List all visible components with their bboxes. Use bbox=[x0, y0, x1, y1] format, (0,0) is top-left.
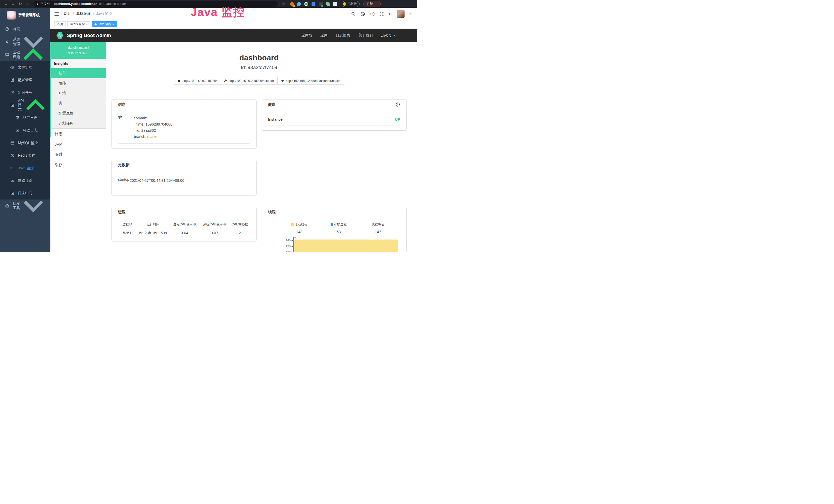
layers-icon bbox=[10, 154, 14, 158]
eye-icon bbox=[10, 179, 14, 183]
font-size-icon[interactable]: tT bbox=[389, 12, 392, 16]
sba-nav-applications[interactable]: 应用 bbox=[320, 33, 328, 38]
breadcrumb-home[interactable]: 首页 bbox=[63, 12, 71, 16]
sba-language-select[interactable]: zh-CN bbox=[381, 33, 396, 38]
chevron-down-icon[interactable] bbox=[410, 13, 412, 15]
close-icon[interactable]: × bbox=[86, 23, 88, 26]
reload-button[interactable]: ↻ bbox=[17, 0, 24, 8]
sba-header: Spring Boot Admin 应用墙 应用 日志报表 关于我们 zh-CN bbox=[50, 29, 417, 42]
sba-item-environment[interactable]: 环境 bbox=[50, 88, 106, 98]
sidebar-item-devtools[interactable]: 研发工具 bbox=[0, 200, 50, 212]
security-label: 不安全 bbox=[41, 2, 50, 6]
sba-nav-about[interactable]: 关于我们 bbox=[358, 33, 373, 38]
extension-icon[interactable] bbox=[333, 2, 337, 6]
bookmark-star-icon[interactable]: ☆ bbox=[282, 2, 285, 6]
sidebar-item-files[interactable]: 文件管理 bbox=[0, 61, 50, 74]
breadcrumb: 首页 / 基础设施 / Java 监控 bbox=[63, 12, 112, 16]
threads-card: 线程 活动线程 143 守护进程 bbox=[262, 207, 407, 252]
stat-peak-threads: 线程峰值 147 bbox=[358, 222, 398, 234]
sidebar-item-system[interactable]: 系统管理 bbox=[0, 36, 50, 48]
page-title: dashboard bbox=[112, 53, 407, 62]
sidebar-item-config[interactable]: 配置管理 bbox=[0, 74, 50, 86]
health-url-button[interactable]: http://192.168.0.2:48080/actuator/health bbox=[278, 77, 344, 85]
browser-menu-icon[interactable]: ⋮ bbox=[375, 2, 378, 6]
back-button[interactable]: ← bbox=[3, 0, 9, 8]
sba-item-details[interactable]: 细节 bbox=[50, 68, 106, 78]
sba-sidebar: dashboard 93a3fc7f7409 Insights 细节 性能 环境… bbox=[50, 42, 106, 252]
instance-header[interactable]: dashboard 93a3fc7f7409 bbox=[50, 42, 106, 59]
sidebar-item-tracing[interactable]: 链路追踪 bbox=[0, 174, 50, 187]
tab-home[interactable]: 首页 bbox=[54, 21, 66, 27]
sba-nav-wallboard[interactable]: 应用墙 bbox=[301, 33, 312, 38]
card-title: 信息 bbox=[118, 102, 126, 107]
extension-icon[interactable] bbox=[319, 2, 323, 6]
search-icon[interactable] bbox=[351, 12, 356, 16]
sidebar-item-redis-monitor[interactable]: Redis 监控 bbox=[0, 149, 50, 162]
active-dot bbox=[94, 23, 96, 25]
chevron-down-icon bbox=[393, 35, 396, 36]
actuator-url-button[interactable]: http://192.168.0.2:48080/actuator bbox=[220, 77, 278, 85]
legend-square-yellow bbox=[291, 223, 294, 226]
cloud-upload-icon bbox=[10, 66, 14, 70]
sba-item-caches[interactable]: 缓存 bbox=[50, 160, 106, 170]
avatar[interactable] bbox=[397, 10, 404, 18]
breadcrumb-infra[interactable]: 基础设施 bbox=[76, 12, 91, 16]
paused-badge[interactable]: 已暂停 bbox=[342, 1, 360, 7]
home-icon bbox=[177, 79, 180, 83]
sidebar-item-error-log[interactable]: 错误日志 bbox=[0, 124, 50, 137]
extension-icon[interactable] bbox=[297, 2, 301, 6]
fullscreen-icon[interactable] bbox=[379, 12, 384, 16]
java-monitor-icon bbox=[10, 166, 14, 170]
history-icon[interactable] bbox=[395, 102, 400, 107]
sidebar-item-jobs[interactable]: 定时任务 bbox=[0, 86, 50, 99]
sidebar-item-api-log[interactable]: API 日志 bbox=[0, 99, 50, 111]
sba-item-metrics[interactable]: 性能 bbox=[50, 78, 106, 88]
table-icon bbox=[10, 141, 14, 145]
tab-redis-monitor[interactable]: Redis 监控 × bbox=[67, 21, 90, 27]
sidebar-item-java-monitor[interactable]: Java 监控 bbox=[0, 162, 50, 174]
stat-daemon-threads: 守护进程 53 bbox=[319, 222, 358, 234]
scrollbar-track bbox=[50, 42, 51, 252]
instance-id: 93a3fc7f7409 bbox=[51, 51, 105, 55]
sidebar-item-infra[interactable]: 基础设施 bbox=[0, 48, 50, 61]
sidebar-item-access-log[interactable]: 访问日志 bbox=[0, 111, 50, 124]
help-icon[interactable]: ? bbox=[370, 12, 374, 16]
service-url-button[interactable]: http://192.168.0.2:48080/ bbox=[174, 77, 220, 85]
sidebar-item-log-center[interactable]: 日志中心 bbox=[0, 187, 50, 200]
not-secure-icon: ▲ bbox=[37, 3, 39, 5]
health-card: 健康 Instance UP bbox=[262, 100, 407, 131]
log-edit-icon bbox=[10, 103, 14, 107]
sidebar-item-mysql-monitor[interactable]: MySQL 监控 bbox=[0, 137, 50, 149]
address-bar[interactable]: ▲ 不安全 dashboard.yudao.iocoder.cn/infra/a… bbox=[34, 1, 278, 7]
extension-icon[interactable] bbox=[290, 2, 294, 6]
close-icon[interactable]: × bbox=[113, 23, 114, 26]
edit-square-icon bbox=[10, 78, 14, 82]
sidebar: 芋道管理系统 首页 系统管理 基础设施 bbox=[0, 8, 50, 252]
sidebar-item-home[interactable]: 首页 bbox=[0, 23, 50, 36]
forward-button[interactable]: → bbox=[10, 0, 17, 8]
extension-icon[interactable] bbox=[304, 2, 308, 6]
live-threads-area bbox=[294, 239, 398, 252]
dashboard-icon bbox=[5, 27, 9, 31]
extension-icon[interactable] bbox=[311, 2, 315, 6]
hamburger-icon[interactable] bbox=[54, 12, 59, 16]
sba-item-logs[interactable]: 日志 bbox=[50, 129, 106, 139]
browser-home-button[interactable]: ⌂ bbox=[24, 0, 31, 8]
scrollbar-thumb[interactable] bbox=[50, 42, 51, 137]
tab-java-monitor[interactable]: Java 监控 × bbox=[92, 21, 117, 27]
sba-item-config-props[interactable]: 配置属性 bbox=[50, 108, 106, 118]
card-title: 线程 bbox=[268, 209, 276, 214]
sba-item-jvm[interactable]: JVM bbox=[50, 139, 106, 149]
app-header: 首页 / 基础设施 / Java 监控 ? tT bbox=[50, 8, 417, 20]
github-icon[interactable] bbox=[360, 12, 365, 16]
extension-icon[interactable] bbox=[326, 2, 330, 6]
browser-update-button[interactable]: 更新 ⋮ bbox=[364, 1, 381, 7]
emoji-face-icon bbox=[343, 2, 346, 6]
sba-sidebar-section-insights: Insights bbox=[50, 59, 106, 68]
sba-item-mappings[interactable]: 映射 bbox=[50, 149, 106, 160]
sba-item-scheduled-tasks[interactable]: 计划任务 bbox=[50, 118, 106, 129]
spring-boot-admin-logo-icon bbox=[56, 31, 64, 40]
sba-item-classes[interactable]: 类 bbox=[50, 98, 106, 108]
tags-bar: 首页 Redis 监控 × Java 监控 × bbox=[50, 20, 417, 29]
sba-nav-journal[interactable]: 日志报表 bbox=[336, 33, 350, 38]
